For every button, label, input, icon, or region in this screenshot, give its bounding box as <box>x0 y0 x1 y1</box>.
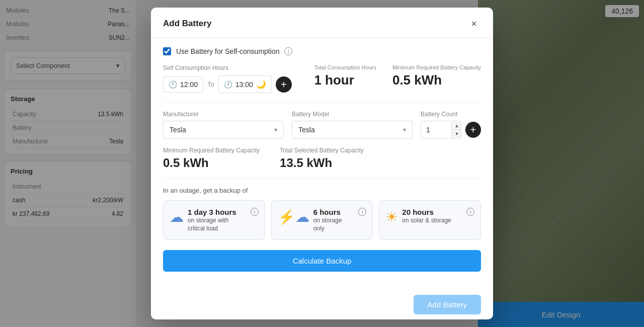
to-time-input[interactable]: 🕐 13:00 🌙 <box>218 75 272 93</box>
backup-sub-2: on storage only <box>313 217 355 232</box>
min-battery-label: Minimum Required Battery Capacity <box>392 64 481 70</box>
sun-icon: ☀ <box>385 209 398 225</box>
close-button[interactable]: × <box>467 17 481 31</box>
backup-card-top-3: ☀ 20 hours on solar & storage i <box>385 208 474 225</box>
divider-1 <box>163 102 481 103</box>
battery-model-field: Battery Model Tesla ▾ <box>292 111 413 139</box>
time-section: Self Consumption Hours 🕛 12:00 To 🕐 13:0… <box>163 64 481 93</box>
battery-model-dropdown[interactable]: Tesla ▾ <box>292 121 413 139</box>
self-consumption-checkbox-row: Use Battery for Self-consumption i <box>163 47 481 55</box>
backup-hours: 1 day 3 hours <box>188 208 247 217</box>
time-inputs-group: Self Consumption Hours 🕛 12:00 To 🕐 13:0… <box>163 64 308 93</box>
min-battery-value: 0.5 kWh <box>392 72 481 88</box>
backup-card-top: ☁ 1 day 3 hours on storage with critical… <box>170 208 259 232</box>
cloud-icon: ☁ <box>170 209 184 225</box>
add-battery-modal: Add Battery × Use Battery for Self-consu… <box>151 8 493 319</box>
backup-hours-2: 6 hours <box>313 208 355 217</box>
battery-count-field-input[interactable] <box>421 121 451 138</box>
min-required-label: Minimum Required Battery Capacity <box>163 147 260 154</box>
total-consumption-stat: Total Consumption Hours 1 hour <box>314 64 376 88</box>
spinner-down[interactable]: ▼ <box>452 130 461 138</box>
clock-icon-2: 🕐 <box>224 80 232 89</box>
manufacturer-dropdown[interactable]: Tesla ▾ <box>163 121 284 139</box>
backup-text: 1 day 3 hours on storage with critical l… <box>188 208 247 232</box>
number-spinners: ▲ ▼ <box>451 122 461 138</box>
backup-cards: ☁ 1 day 3 hours on storage with critical… <box>163 200 481 240</box>
modal-overlay: Add Battery × Use Battery for Self-consu… <box>0 0 644 327</box>
chevron-down-icon-2: ▾ <box>403 126 406 133</box>
battery-count-label: Battery Count <box>421 111 481 118</box>
backup-card-top-2: ⚡☁ 6 hours on storage only i <box>278 208 367 232</box>
battery-count-field: Battery Count ▲ ▼ + <box>421 111 481 139</box>
self-consumption-hours-label: Self Consumption Hours <box>163 64 308 71</box>
manufacturer-field: Manufacturer Tesla ▾ <box>163 111 284 139</box>
info-icon-card2[interactable]: i <box>358 208 366 216</box>
spinner-up[interactable]: ▲ <box>452 122 461 130</box>
battery-count-input[interactable]: ▲ ▼ <box>421 121 461 139</box>
backup-hours-3: 20 hours <box>402 208 462 217</box>
manufacturer-row: Manufacturer Tesla ▾ Battery Model Tesla… <box>163 111 481 139</box>
clock-icon: 🕛 <box>169 80 177 89</box>
divider-2 <box>163 178 481 179</box>
backup-sub-3: on solar & storage <box>402 217 462 225</box>
modal-title: Add Battery <box>163 19 211 29</box>
add-time-button[interactable]: + <box>276 76 292 93</box>
from-time-input[interactable]: 🕛 12:00 <box>163 76 203 93</box>
add-battery-button[interactable]: Add Battery <box>414 295 481 314</box>
total-consumption-label: Total Consumption Hours <box>314 64 376 70</box>
modal-footer: Add Battery <box>151 289 493 319</box>
backup-text-3: 20 hours on solar & storage <box>402 208 462 225</box>
self-consumption-label: Use Battery for Self-consumption <box>176 47 279 55</box>
self-consumption-checkbox[interactable] <box>163 47 171 55</box>
min-required-capacity: Minimum Required Battery Capacity 0.5 kW… <box>163 147 260 170</box>
capacity-row: Minimum Required Battery Capacity 0.5 kW… <box>163 147 481 170</box>
info-icon[interactable]: i <box>284 47 292 55</box>
total-selected-value: 13.5 kWh <box>280 156 364 170</box>
cloud-bolt-icon: ⚡☁ <box>278 209 309 225</box>
moon-icon: 🌙 <box>256 79 266 89</box>
info-icon-card1[interactable]: i <box>251 208 259 216</box>
manufacturer-label: Manufacturer <box>163 111 284 118</box>
add-battery-circle-button[interactable]: + <box>465 122 481 138</box>
battery-model-label: Battery Model <box>292 111 413 118</box>
total-selected-label: Total Selected Battery Capacity <box>280 147 364 154</box>
manufacturer-value: Tesla <box>170 126 186 134</box>
to-label: To <box>207 80 214 88</box>
min-battery-stat: Minimum Required Battery Capacity 0.5 kW… <box>392 64 481 88</box>
to-time-value: 13:00 <box>235 80 253 89</box>
battery-model-value: Tesla <box>298 126 315 134</box>
backup-text-2: 6 hours on storage only <box>313 208 355 232</box>
chevron-down-icon: ▾ <box>274 126 277 133</box>
backup-card-solar: ☀ 20 hours on solar & storage i <box>379 200 481 240</box>
modal-body: Use Battery for Self-consumption i Self … <box>151 38 493 289</box>
backup-card-critical: ☁ 1 day 3 hours on storage with critical… <box>163 200 265 240</box>
total-selected-capacity: Total Selected Battery Capacity 13.5 kWh <box>280 147 364 170</box>
from-time-value: 12:00 <box>180 80 198 89</box>
calculate-backup-button[interactable]: Calculate Backup <box>163 250 481 272</box>
outage-label: In an outage, get a backup of <box>163 187 481 194</box>
time-stats: Total Consumption Hours 1 hour Minimum R… <box>314 64 481 88</box>
backup-sub: on storage with critical load <box>188 217 247 232</box>
modal-header: Add Battery × <box>151 8 493 38</box>
time-inputs: 🕛 12:00 To 🕐 13:00 🌙 + <box>163 75 308 93</box>
backup-card-storage: ⚡☁ 6 hours on storage only i <box>271 200 373 240</box>
info-icon-card3[interactable]: i <box>466 208 474 216</box>
total-consumption-value: 1 hour <box>314 72 376 88</box>
min-required-value: 0.5 kWh <box>163 156 260 170</box>
